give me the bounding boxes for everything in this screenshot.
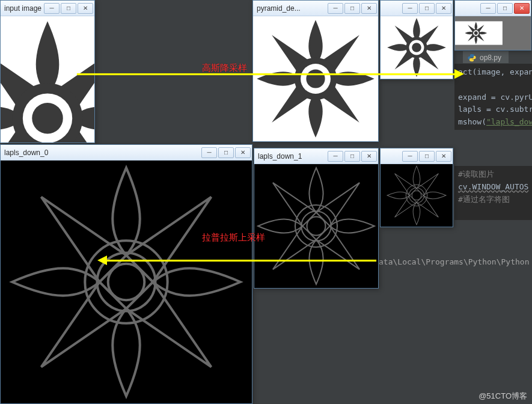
code-line-subtract: lapls = cv.subtract(pyramid_imag [458, 105, 532, 114]
window-lapls2: ─ □ ✕ [380, 148, 453, 227]
min-button[interactable]: ─ [480, 3, 496, 14]
code-line-pyrup: expand = cv.pyrUp(pyramid_images [458, 93, 532, 102]
titlebar-lapls2[interactable]: ─ □ ✕ [381, 148, 453, 164]
close-button[interactable]: ✕ [361, 3, 377, 14]
title-input: input image [4, 4, 44, 13]
flower-edge-icon [381, 164, 453, 227]
titlebar-lapls1[interactable]: lapls_down_1 ─ □ ✕ [254, 148, 378, 164]
laplace-arrow-line [106, 260, 376, 262]
max-button[interactable]: □ [419, 3, 435, 14]
watermark: @51CTO博客 [478, 391, 527, 402]
console-path: ata\Local\Programs\Python\Python [379, 257, 529, 266]
window-pyramid-tiny: ─ □ ✕ [454, 0, 531, 50]
max-button[interactable]: □ [344, 151, 360, 162]
titlebar-pyr2[interactable]: ─ □ ✕ [381, 1, 453, 16]
title-lapls0: lapls_down_0 [4, 148, 50, 157]
file-tab-label: op8.py [480, 54, 501, 62]
max-button[interactable]: □ [419, 151, 435, 162]
min-button[interactable]: ─ [44, 3, 60, 14]
comment-read-image: #读取图片 [458, 170, 494, 179]
code-window-autos: cv.WINDOW_AUTOS [458, 182, 528, 191]
flower-icon [253, 16, 378, 141]
code-editor-upper[interactable]: act(image, expan expand = cv.pyrUp(pyram… [454, 64, 532, 130]
min-button[interactable]: ─ [201, 147, 217, 158]
title-lapls1: lapls_down_1 [258, 152, 304, 161]
flower-edge-icon [254, 164, 378, 288]
flower-icon [381, 16, 453, 79]
python-file-icon [468, 54, 476, 62]
max-button[interactable]: □ [497, 3, 513, 14]
comment-by-name: #通过名字将图 [458, 195, 510, 204]
close-button[interactable]: ✕ [514, 3, 530, 14]
window-lapls0: lapls_down_0 ─ □ ✕ [0, 144, 252, 404]
code-editor-lower[interactable]: #读取图片 cv.WINDOW_AUTOS #通过名字将图 [454, 166, 532, 220]
max-button[interactable]: □ [61, 3, 76, 14]
min-button[interactable]: ─ [328, 151, 343, 162]
flower-icon [455, 21, 503, 44]
close-button[interactable]: ✕ [436, 3, 451, 14]
close-button[interactable]: ✕ [235, 147, 251, 158]
close-button[interactable]: ✕ [436, 151, 451, 162]
close-button[interactable]: ✕ [78, 3, 93, 14]
window-lapls1: lapls_down_1 ─ □ ✕ [254, 148, 379, 289]
window-pyramid: pyramid_de... ─ □ ✕ [252, 0, 379, 142]
editor-tabs: op8.py [457, 50, 532, 64]
min-button[interactable]: ─ [328, 3, 343, 14]
laplace-arrow-head [97, 256, 107, 265]
gauss-arrow-line [77, 73, 456, 75]
file-tab-op8[interactable]: op8.py [463, 51, 509, 63]
max-button[interactable]: □ [344, 3, 360, 14]
title-pyramid: pyramid_de... [257, 4, 303, 13]
flower-icon [1, 16, 94, 142]
window-pyramid-small: ─ □ ✕ [380, 0, 453, 79]
min-button[interactable]: ─ [402, 3, 418, 14]
max-button[interactable]: □ [218, 147, 234, 158]
gauss-arrow-head [454, 69, 464, 79]
flower-edge-icon [1, 161, 252, 403]
titlebar-pyr3[interactable]: ─ □ ✕ [455, 1, 531, 16]
min-button[interactable]: ─ [402, 151, 418, 162]
titlebar-lapls0[interactable]: lapls_down_0 ─ □ ✕ [1, 145, 252, 161]
close-button[interactable]: ✕ [361, 151, 377, 162]
annotation-gauss: 高斯降采样 [202, 63, 247, 74]
titlebar-input[interactable]: input image ─ □ ✕ [1, 1, 94, 16]
window-input-image: input image ─ □ ✕ [0, 0, 95, 143]
titlebar-pyramid[interactable]: pyramid_de... ─ □ ✕ [253, 1, 378, 16]
annotation-laplace: 拉普拉斯上采样 [202, 232, 265, 243]
